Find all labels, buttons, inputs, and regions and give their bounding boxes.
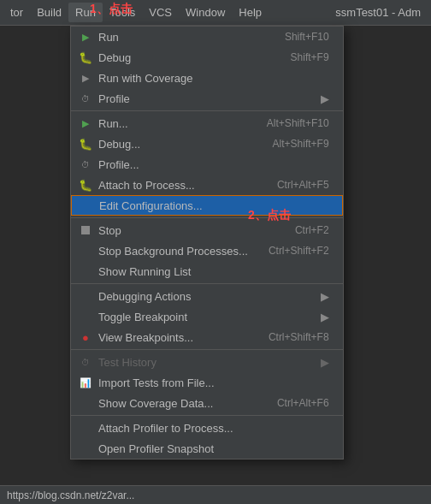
menu-bar: tor Build Run Tools VCS Window Help ssmT… — [0, 0, 431, 26]
test-history-icon: ⏱ — [78, 354, 93, 370]
attach-icon: 🐛 — [78, 177, 93, 193]
debug-actions-icon — [78, 288, 93, 304]
show-running-icon — [78, 264, 93, 279]
debug-actions-arrow: ▶ — [321, 290, 329, 303]
menu-item-profile[interactable]: ⏱ Profile ▶ — [71, 88, 343, 109]
view-bp-label: View Breakpoints... — [98, 331, 248, 344]
menu-item-tor[interactable]: tor — [3, 3, 30, 22]
separator-2 — [71, 217, 343, 218]
menu-item-run2[interactable]: ▶ Run... Alt+Shift+F10 — [71, 113, 343, 133]
stop-shortcut: Ctrl+F2 — [295, 224, 329, 236]
profile2-icon: ⏱ — [78, 157, 93, 172]
run-coverage-icon: ▶ — [78, 70, 93, 86]
menu-bar-right-text: ssmTest01 - Adm — [335, 6, 428, 19]
menu-item-edit-config[interactable]: Edit Configurations... — [71, 195, 343, 216]
run2-icon: ▶ — [78, 116, 93, 131]
import-tests-label: Import Tests from File... — [98, 377, 329, 389]
attach-label: Attach to Process... — [98, 179, 257, 192]
menu-item-debug1[interactable]: 🐛 Debug Shift+F9 — [71, 47, 343, 68]
menu-item-run1[interactable]: ▶ Run Shift+F10 — [71, 27, 343, 47]
run-coverage-label: Run with Coverage — [98, 72, 309, 85]
menu-item-import-tests[interactable]: 📊 Import Tests from File... — [71, 372, 343, 393]
stop-icon — [78, 222, 93, 238]
menu-item-run[interactable]: Run — [68, 3, 103, 22]
menu-item-profile2[interactable]: ⏱ Profile... — [71, 154, 343, 175]
menu-item-toggle-bp[interactable]: Toggle Breakpoint ▶ — [71, 306, 343, 327]
debug2-icon: 🐛 — [78, 136, 93, 151]
debug1-shortcut: Shift+F9 — [291, 51, 329, 63]
dropdown-menu: ▶ Run Shift+F10 🐛 Debug Shift+F9 ▶ Run w… — [70, 26, 344, 460]
attach-shortcut: Ctrl+Alt+F5 — [277, 179, 329, 191]
menu-item-vcs[interactable]: VCS — [142, 3, 179, 22]
stop-bg-icon — [78, 243, 93, 258]
menu-item-attach[interactable]: 🐛 Attach to Process... Ctrl+Alt+F5 — [71, 175, 343, 195]
menu-item-run-coverage[interactable]: ▶ Run with Coverage — [71, 68, 343, 88]
menu-item-stop[interactable]: Stop Ctrl+F2 — [71, 220, 343, 240]
profile2-label: Profile... — [98, 158, 329, 171]
toggle-bp-arrow: ▶ — [321, 311, 329, 323]
menu-item-attach-profiler[interactable]: Attach Profiler to Process... — [71, 418, 343, 438]
profile-label: Profile — [98, 92, 314, 105]
menu-item-test-history[interactable]: ⏱ Test History ▶ — [71, 352, 343, 372]
edit-config-icon — [79, 198, 94, 213]
menu-item-help[interactable]: Help — [232, 3, 269, 22]
open-profiler-icon — [78, 441, 93, 456]
run2-shortcut: Alt+Shift+F10 — [267, 117, 329, 129]
attach-profiler-icon — [78, 420, 93, 436]
stop-bg-shortcut: Ctrl+Shift+F2 — [269, 245, 329, 257]
toggle-bp-label: Toggle Breakpoint — [98, 311, 314, 323]
view-bp-shortcut: Ctrl+Shift+F8 — [269, 331, 329, 343]
show-coverage-icon — [78, 395, 93, 411]
stop-bg-label: Stop Background Processes... — [98, 245, 248, 258]
show-coverage-shortcut: Ctrl+Alt+F6 — [277, 397, 329, 409]
separator-4 — [71, 349, 343, 350]
menu-item-debug2[interactable]: 🐛 Debug... Alt+Shift+F9 — [71, 133, 343, 154]
menu-item-tools[interactable]: Tools — [103, 3, 142, 22]
run1-shortcut: Shift+F10 — [285, 31, 329, 43]
menu-item-view-bp[interactable]: ● View Breakpoints... Ctrl+Shift+F8 — [71, 327, 343, 347]
menu-item-open-profiler[interactable]: Open Profiler Snapshot — [71, 438, 343, 459]
debug2-shortcut: Alt+Shift+F9 — [273, 138, 329, 150]
show-running-label: Show Running List — [98, 265, 329, 278]
separator-3 — [71, 283, 343, 284]
attach-profiler-label: Attach Profiler to Process... — [98, 422, 329, 435]
menu-item-stop-bg[interactable]: Stop Background Processes... Ctrl+Shift+… — [71, 240, 343, 261]
run-icon: ▶ — [78, 29, 93, 44]
debug-actions-label: Debugging Actions — [98, 290, 314, 303]
menu-item-show-running[interactable]: Show Running List — [71, 261, 343, 282]
toggle-bp-icon — [78, 309, 93, 324]
debug2-label: Debug... — [98, 138, 252, 151]
separator-1 — [71, 110, 343, 111]
url-bar: https://blog.csdn.net/z2var... — [0, 485, 431, 504]
menu-item-window[interactable]: Window — [179, 3, 232, 22]
menu-item-debug-actions[interactable]: Debugging Actions ▶ — [71, 286, 343, 306]
import-tests-icon: 📊 — [78, 375, 93, 390]
debug-icon: 🐛 — [78, 50, 93, 65]
url-text: https://blog.csdn.net/z2var... — [7, 489, 134, 501]
test-history-label: Test History — [98, 356, 314, 369]
menu-item-build[interactable]: Build — [30, 3, 68, 22]
view-bp-icon: ● — [78, 329, 93, 345]
test-history-arrow: ▶ — [321, 356, 329, 369]
profile-arrow: ▶ — [321, 92, 329, 105]
profile-icon: ⏱ — [78, 91, 93, 106]
debug1-label: Debug — [98, 51, 270, 64]
run2-label: Run... — [98, 117, 246, 130]
stop-label: Stop — [98, 224, 275, 237]
run1-label: Run — [98, 31, 264, 44]
separator-5 — [71, 415, 343, 416]
show-coverage-label: Show Coverage Data... — [98, 397, 257, 410]
edit-config-label: Edit Configurations... — [99, 199, 328, 212]
open-profiler-label: Open Profiler Snapshot — [98, 442, 329, 455]
menu-item-show-coverage[interactable]: Show Coverage Data... Ctrl+Alt+F6 — [71, 393, 343, 413]
